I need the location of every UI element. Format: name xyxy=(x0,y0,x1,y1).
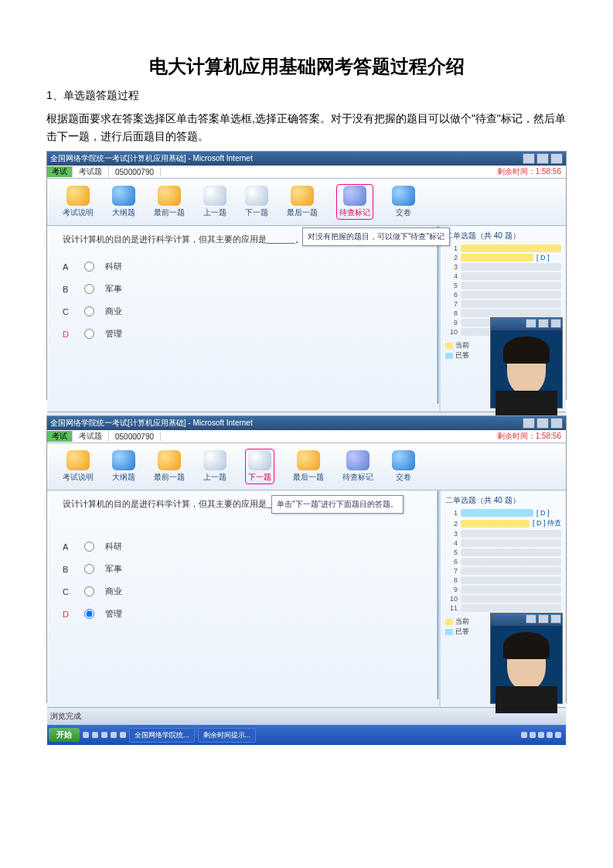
screenshot-1: 全国网络学院统一考试[计算机应用基础] - Microsoft Internet… xyxy=(46,151,567,400)
radio-c[interactable] xyxy=(84,586,94,596)
q-row[interactable]: 7 xyxy=(445,300,561,308)
option-b[interactable]: B军事 xyxy=(63,563,421,575)
tb-outline[interactable]: 大纲题 xyxy=(112,186,135,218)
q-row[interactable]: 3 xyxy=(445,530,561,538)
option-a[interactable]: A科研 xyxy=(63,541,421,552)
last-icon xyxy=(291,186,314,206)
camera-overlay xyxy=(490,613,563,704)
tb-last[interactable]: 最后一题 xyxy=(287,186,318,218)
first-icon xyxy=(158,450,181,470)
q-row[interactable]: 8 xyxy=(445,309,561,317)
tooltip-mark: 对没有把握的题目，可以做下"待查"标记 xyxy=(302,227,450,246)
next-icon xyxy=(248,450,271,470)
outline-icon xyxy=(112,450,135,470)
radio-b[interactable] xyxy=(84,284,94,294)
radio-d[interactable] xyxy=(84,609,94,619)
tb-prev[interactable]: 上一题 xyxy=(203,450,226,483)
system-tray[interactable] xyxy=(518,732,564,738)
radio-a[interactable] xyxy=(84,542,94,552)
tb-mark[interactable]: 待查标记 xyxy=(342,450,373,483)
q-row[interactable]: 9 xyxy=(445,586,561,593)
camera-photo xyxy=(491,626,562,703)
q-row[interactable]: 3 xyxy=(445,263,561,271)
q-row[interactable]: 10 xyxy=(445,595,561,603)
tb-info[interactable]: 考试说明 xyxy=(63,450,94,483)
status-bar: 浏览完成 xyxy=(47,707,566,725)
cam-controls[interactable] xyxy=(491,318,562,330)
mark-icon xyxy=(346,450,370,470)
tb-mark[interactable]: 待查标记 xyxy=(336,184,373,220)
q-row[interactable]: 5 xyxy=(445,282,561,289)
next-icon xyxy=(245,186,268,206)
q-row[interactable]: 4 xyxy=(445,272,561,280)
question-area: 设计计算机的目的是进行科学计算，但其主要的应用是______。 A科研 B军事 … xyxy=(47,490,437,707)
q-row[interactable]: 11 xyxy=(445,604,561,612)
toolbar: 考试说明 大纲题 最前一题 上一题 下一题 最后一题 待查标记 交卷 xyxy=(47,443,566,490)
screenshot-2: 全国网络学院统一考试[计算机应用基础] - Microsoft Internet… xyxy=(46,415,567,703)
tb-next[interactable]: 下一题 xyxy=(245,186,268,218)
taskbar-item[interactable]: 全国网络学院统... xyxy=(129,728,195,743)
exam-id: 050000790 xyxy=(109,168,161,176)
ql-icon[interactable] xyxy=(111,732,117,738)
outline-icon xyxy=(112,186,135,206)
tb-first[interactable]: 最前一题 xyxy=(154,186,185,218)
window-controls[interactable] xyxy=(523,153,563,164)
ql-icon[interactable] xyxy=(83,732,89,738)
option-a[interactable]: A科研 xyxy=(63,261,421,272)
camera-overlay xyxy=(490,317,563,408)
option-b[interactable]: B军事 xyxy=(63,283,421,295)
q-row[interactable]: 1[ D ] xyxy=(445,509,561,517)
radio-c[interactable] xyxy=(84,306,94,316)
q-row[interactable]: 7 xyxy=(445,567,561,575)
prev-icon xyxy=(203,450,226,470)
radio-d[interactable] xyxy=(84,329,94,339)
section-heading: 1、单选题答题过程 xyxy=(46,87,567,104)
q-row[interactable]: 6 xyxy=(445,291,561,299)
info-band: 考试 考试题 050000790 剩余时间：1:58:56 xyxy=(47,166,566,179)
q-row[interactable]: 4 xyxy=(445,539,561,547)
q-row[interactable]: 1 xyxy=(445,244,561,252)
taskbar-item[interactable]: 剩余时间提示... xyxy=(198,728,257,743)
info-icon xyxy=(66,450,90,470)
window-title: 全国网络学院统一考试[计算机应用基础] - Microsoft Internet xyxy=(50,153,253,164)
q-row[interactable]: 6 xyxy=(445,558,561,566)
intro-text: 根据题面要求在答案选择区单击答案单选框,选择正确答案。对于没有把握的题目可以做个… xyxy=(46,110,567,145)
tb-submit[interactable]: 交卷 xyxy=(392,186,415,218)
submit-icon xyxy=(392,186,415,206)
radio-a[interactable] xyxy=(84,261,94,272)
q-row[interactable]: 8 xyxy=(445,576,561,584)
page-title: 电大计算机应用基础网考答题过程介绍 xyxy=(46,54,567,79)
q-row[interactable]: 5 xyxy=(445,548,561,556)
tb-info[interactable]: 考试说明 xyxy=(63,186,94,218)
tb-prev[interactable]: 上一题 xyxy=(203,186,226,218)
tb-first[interactable]: 最前一题 xyxy=(154,450,185,483)
option-d[interactable]: D管理 xyxy=(63,608,421,620)
camera-photo xyxy=(491,330,562,408)
status-label: 考试 xyxy=(47,431,73,442)
q-row[interactable]: 2[ D ] xyxy=(445,254,561,261)
option-c[interactable]: C商业 xyxy=(63,306,421,317)
prev-icon xyxy=(203,186,226,206)
exam-name: 考试题 xyxy=(73,431,109,442)
option-d[interactable]: D管理 xyxy=(63,328,421,340)
status-label: 考试 xyxy=(47,166,73,177)
tooltip-next: 单击"下一题"进行下面题目的答题。 xyxy=(271,495,404,514)
taskbar: 开始 全国网络学院统... 剩余时间提示... xyxy=(47,725,566,745)
start-button[interactable]: 开始 xyxy=(49,728,80,742)
tb-next[interactable]: 下一题 xyxy=(245,449,274,484)
first-icon xyxy=(158,186,181,206)
ql-icon[interactable] xyxy=(92,732,98,738)
ql-icon[interactable] xyxy=(120,732,126,738)
radio-b[interactable] xyxy=(84,564,94,574)
tb-submit[interactable]: 交卷 xyxy=(392,450,415,483)
cam-controls[interactable] xyxy=(491,613,562,626)
exam-name: 考试题 xyxy=(73,166,109,177)
ql-icon[interactable] xyxy=(101,732,107,738)
q-row[interactable]: 2[ D ] 待查 xyxy=(445,518,561,528)
mark-icon xyxy=(343,186,366,206)
exam-id: 050000790 xyxy=(109,432,161,441)
window-controls[interactable] xyxy=(523,418,563,429)
tb-outline[interactable]: 大纲题 xyxy=(112,450,135,483)
tb-last[interactable]: 最后一题 xyxy=(293,450,324,483)
option-c[interactable]: C商业 xyxy=(63,586,421,597)
